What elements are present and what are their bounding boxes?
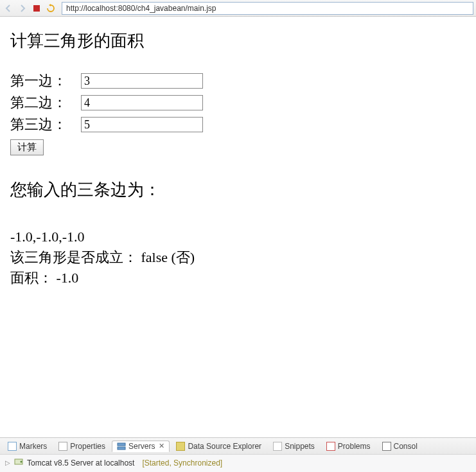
result-header: 您输入的三条边为： [10,179,466,201]
side2-label: 第二边： [10,93,81,112]
tab-properties[interactable]: Properties [53,441,110,452]
row-side2: 第二边： [10,93,466,112]
back-icon[interactable] [3,3,14,14]
servers-icon [117,442,126,451]
valid-line: 该三角形是否成立： false (否) [10,247,466,268]
valid-label: 该三角形是否成立： [10,249,137,265]
svg-point-4 [21,461,22,463]
refresh-icon[interactable] [45,3,57,14]
side1-label: 第一边： [10,71,81,91]
console-icon [382,442,391,451]
tab-console-label: Consol [394,442,418,451]
tab-problems-label: Problems [338,442,371,451]
side3-input[interactable] [81,117,203,132]
valid-value: false (否) [141,249,195,265]
tab-snippets-label: Snippets [285,442,315,451]
bottom-panel: Markers Properties Servers ✕ Data Source… [0,437,476,472]
tab-console[interactable]: Consol [377,441,423,452]
tab-problems[interactable]: Problems [321,441,376,452]
side3-label: 第三边： [10,115,81,134]
forward-icon[interactable] [17,3,28,14]
results-block: -1.0,-1.0,-1.0 该三角形是否成立： false (否) 面积： -… [10,227,466,288]
area-label: 面积： [10,270,53,286]
tab-snippets[interactable]: Snippets [268,441,320,452]
tab-markers[interactable]: Markers [3,441,52,452]
data-source-icon [176,442,185,451]
problems-icon [326,442,335,451]
page-content: 计算三角形的面积 第一边： 第二边： 第三边： 计算 您输入的三条边为： -1.… [0,17,476,293]
calculate-button[interactable]: 计算 [10,139,44,155]
svg-rect-0 [33,5,40,12]
server-icon [14,457,23,468]
tab-markers-label: Markers [19,442,47,451]
svg-rect-2 [118,447,125,450]
markers-icon [8,442,17,451]
server-status: [Started, Synchronized] [142,459,222,468]
properties-icon [58,442,67,451]
chevron-right-icon[interactable]: ▷ [5,459,10,466]
stop-icon[interactable] [31,3,42,14]
tab-dse[interactable]: Data Source Explorer [171,441,267,452]
area-value: -1.0 [57,270,79,286]
snippets-icon [273,442,282,451]
area-line: 面积： -1.0 [10,268,466,288]
view-tabs: Markers Properties Servers ✕ Data Source… [0,438,476,455]
close-icon[interactable]: ✕ [159,442,164,450]
url-input[interactable] [62,2,473,15]
side2-input[interactable] [81,95,203,110]
tab-dse-label: Data Source Explorer [188,442,261,451]
server-name: Tomcat v8.5 Server at localhost [27,459,134,468]
server-row[interactable]: ▷ Tomcat v8.5 Server at localhost [Start… [0,455,476,471]
sides-echo: -1.0,-1.0,-1.0 [10,227,466,247]
page-title: 计算三角形的面积 [10,30,466,52]
row-side1: 第一边： [10,71,466,91]
tab-properties-label: Properties [70,442,105,451]
svg-rect-1 [118,443,125,446]
tab-servers[interactable]: Servers ✕ [112,441,170,452]
row-side3: 第三边： [10,115,466,134]
browser-toolbar [0,0,476,17]
side1-input[interactable] [81,73,203,89]
tab-servers-label: Servers [128,442,155,451]
